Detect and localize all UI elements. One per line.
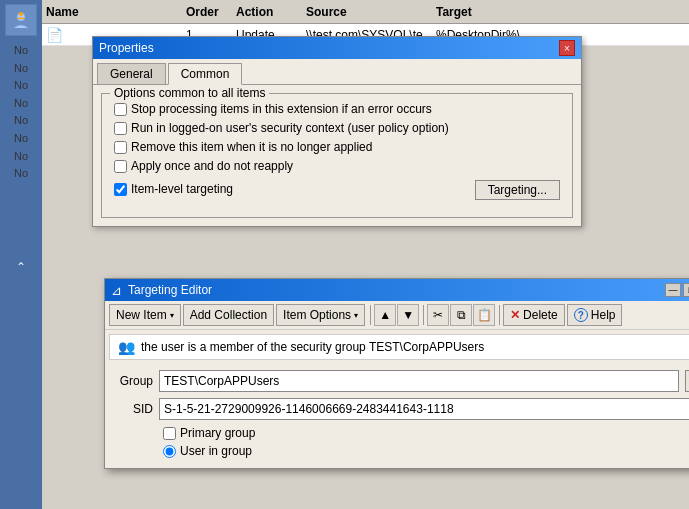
sid-row: SID xyxy=(113,398,689,420)
primary-group-label: Primary group xyxy=(180,426,255,440)
new-item-button[interactable]: New Item ▾ xyxy=(109,304,181,326)
col-header-name: Name xyxy=(46,5,186,19)
copy-button[interactable]: ⧉ xyxy=(450,304,472,326)
sidebar-labels: No No No No No No No No xyxy=(6,38,36,187)
group-input[interactable] xyxy=(159,370,679,392)
primary-group-checkbox[interactable] xyxy=(163,427,176,440)
col-header-source: Source xyxy=(306,5,436,19)
sidebar-icon xyxy=(5,4,37,36)
item-options-arrow: ▾ xyxy=(354,311,358,320)
targeting-button[interactable]: Targeting... xyxy=(475,180,560,200)
help-icon: ? xyxy=(574,308,588,322)
up-arrow-button[interactable]: ▲ xyxy=(374,304,396,326)
new-item-label: New Item xyxy=(116,308,167,322)
delete-x-icon: ✕ xyxy=(510,308,520,322)
sidebar-top: No No No No No No No No xyxy=(0,0,42,191)
properties-close-button[interactable]: × xyxy=(559,40,575,56)
properties-dialog: Properties × General Common Options comm… xyxy=(92,36,582,227)
separator-3 xyxy=(499,305,500,325)
new-item-arrow: ▾ xyxy=(170,311,174,320)
sidebar-label-5: No xyxy=(14,112,28,130)
checkbox-run-logged-on-label: Run in logged-on user's security context… xyxy=(131,121,449,135)
sidebar-label-3: No xyxy=(14,77,28,95)
paste-button[interactable]: 📋 xyxy=(473,304,495,326)
rule-description: 👥 the user is a member of the security g… xyxy=(109,334,689,360)
svg-point-1 xyxy=(19,12,23,16)
checkbox-apply-once-input[interactable] xyxy=(114,160,127,173)
rule-description-text: the user is a member of the security gro… xyxy=(141,340,484,354)
properties-title: Properties xyxy=(99,41,154,55)
targeting-titlebar-controls: — □ × xyxy=(665,283,689,297)
properties-tab-bar: General Common xyxy=(93,59,581,85)
checkbox-remove-item-label: Remove this item when it is no longer ap… xyxy=(131,140,372,154)
help-label: Help xyxy=(591,308,616,322)
checkbox-run-logged-on-input[interactable] xyxy=(114,122,127,135)
col-header-target: Target xyxy=(436,5,586,19)
checkbox-apply-once-label: Apply once and do not reapply xyxy=(131,159,293,173)
user-in-group-row: User in group xyxy=(163,444,689,458)
checkbox-item-level-label: Item-level targeting xyxy=(131,182,233,196)
cut-button[interactable]: ✂ xyxy=(427,304,449,326)
primary-group-row: Primary group xyxy=(163,426,689,440)
collapse-icon[interactable]: ⌃ xyxy=(12,258,30,276)
delete-label: Delete xyxy=(523,308,558,322)
checkbox-item-level-input[interactable] xyxy=(114,183,127,196)
help-button[interactable]: ? Help xyxy=(567,304,623,326)
file-icon: 📄 xyxy=(46,27,63,43)
user-in-group-radio[interactable] xyxy=(163,445,176,458)
targeting-form: Group ... SID Primary group User in grou… xyxy=(105,364,689,468)
add-collection-button[interactable]: Add Collection xyxy=(183,304,274,326)
sid-label: SID xyxy=(113,402,153,416)
group-row: Group ... xyxy=(113,370,689,392)
tab-common[interactable]: Common xyxy=(168,63,243,85)
checkbox-stop-processing-input[interactable] xyxy=(114,103,127,116)
targeting-titlebar: ⊿ Targeting Editor — □ × xyxy=(105,279,689,301)
group-label: Group xyxy=(113,374,153,388)
checkbox-item-level-targeting: Item-level targeting Targeting... xyxy=(114,178,560,200)
col-header-order: Order xyxy=(186,5,236,19)
group-browse-button[interactable]: ... xyxy=(685,370,689,392)
separator-1 xyxy=(370,305,371,325)
targeting-editor-dialog: ⊿ Targeting Editor — □ × New Item ▾ Add … xyxy=(104,278,689,469)
main-area: Name Order Action Source Target 📄 1 Upda… xyxy=(42,0,689,509)
security-group-icon: 👥 xyxy=(118,339,135,355)
delete-button[interactable]: ✕ Delete xyxy=(503,304,565,326)
sidebar: No No No No No No No No ⌃ xyxy=(0,0,42,509)
targeting-editor-title: Targeting Editor xyxy=(128,283,212,297)
sidebar-label-4: No xyxy=(14,95,28,113)
properties-titlebar: Properties × xyxy=(93,37,581,59)
group-box-legend: Options common to all items xyxy=(110,86,269,100)
item-options-label: Item Options xyxy=(283,308,351,322)
targeting-minimize-button[interactable]: — xyxy=(665,283,681,297)
sidebar-label-7: No xyxy=(14,148,28,166)
targeting-maximize-button[interactable]: □ xyxy=(683,283,689,297)
sid-input[interactable] xyxy=(159,398,689,420)
sidebar-label-8: No xyxy=(14,165,28,183)
sidebar-label-1: No xyxy=(14,42,28,60)
targeting-toolbar: New Item ▾ Add Collection Item Options ▾… xyxy=(105,301,689,330)
col-header-action: Action xyxy=(236,5,306,19)
checkbox-stop-processing-label: Stop processing items in this extension … xyxy=(131,102,432,116)
item-options-button[interactable]: Item Options ▾ xyxy=(276,304,365,326)
tab-general[interactable]: General xyxy=(97,63,166,84)
checkbox-remove-item-input[interactable] xyxy=(114,141,127,154)
checkbox-run-logged-on: Run in logged-on user's security context… xyxy=(114,121,560,135)
separator-2 xyxy=(423,305,424,325)
options-group-box: Options common to all items Stop process… xyxy=(101,93,573,218)
table-header: Name Order Action Source Target xyxy=(42,0,689,24)
user-in-group-label: User in group xyxy=(180,444,252,458)
checkbox-apply-once: Apply once and do not reapply xyxy=(114,159,560,173)
sidebar-label-6: No xyxy=(14,130,28,148)
checkbox-stop-processing: Stop processing items in this extension … xyxy=(114,102,560,116)
filter-icon: ⊿ xyxy=(111,283,122,298)
targeting-titlebar-title: ⊿ Targeting Editor xyxy=(111,283,212,298)
sidebar-label-2: No xyxy=(14,60,28,78)
add-collection-label: Add Collection xyxy=(190,308,267,322)
checkbox-remove-item: Remove this item when it is no longer ap… xyxy=(114,140,560,154)
down-arrow-button[interactable]: ▼ xyxy=(397,304,419,326)
